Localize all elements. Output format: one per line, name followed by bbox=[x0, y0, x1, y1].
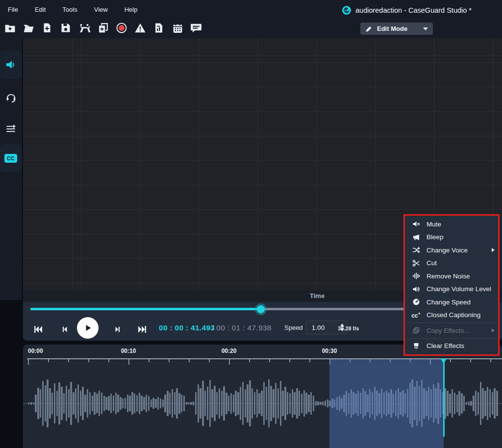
collaborate-icon[interactable] bbox=[78, 22, 90, 34]
add-file-icon[interactable] bbox=[41, 22, 53, 34]
import-copy-icon[interactable] bbox=[97, 22, 109, 34]
record-icon[interactable] bbox=[116, 22, 127, 34]
brush-icon bbox=[412, 342, 420, 350]
menu-view[interactable]: View bbox=[94, 6, 108, 13]
volume-icon bbox=[412, 285, 420, 293]
sidebar-item-effects-list[interactable] bbox=[0, 119, 22, 138]
menu-item-label: Cut bbox=[427, 259, 437, 267]
menu-item-change-volume[interactable]: Change Volume Level bbox=[405, 283, 498, 296]
add-folder-icon[interactable] bbox=[4, 22, 16, 34]
comments-icon[interactable] bbox=[190, 22, 202, 34]
change-voice-icon bbox=[412, 246, 420, 254]
cut-icon bbox=[412, 259, 420, 267]
menu-item-cut[interactable]: Cut bbox=[405, 257, 498, 270]
report-icon[interactable] bbox=[153, 22, 165, 34]
menu-edit[interactable]: Edit bbox=[35, 6, 46, 13]
current-time: 00 : 00 : 41.493 bbox=[159, 324, 215, 332]
left-sidebar: CC bbox=[0, 38, 22, 300]
menu-tools[interactable]: Tools bbox=[62, 6, 77, 13]
remove-noise-icon bbox=[412, 272, 420, 280]
menu-item-label: Remove Noise bbox=[427, 273, 470, 280]
menu-item-change-voice[interactable]: Change Voice bbox=[405, 244, 498, 257]
sidebar-item-audio[interactable] bbox=[0, 50, 22, 79]
menu-item-label: Clear Effects bbox=[427, 342, 464, 349]
menu-item-label: Mute bbox=[427, 221, 441, 228]
menu-item-remove-noise[interactable]: Remove Noise bbox=[405, 270, 498, 283]
edit-mode-dropdown[interactable]: Edit Mode bbox=[360, 23, 433, 35]
cc-icon: CC bbox=[4, 154, 17, 163]
speed-label: Speed bbox=[284, 324, 303, 331]
sidebar-item-listen[interactable] bbox=[0, 87, 22, 107]
menu-item-label: Copy Effects... bbox=[427, 327, 470, 334]
menu-item-bleep[interactable]: Bleep bbox=[405, 231, 498, 244]
skip-end-button[interactable] bbox=[134, 320, 151, 339]
menu-separator bbox=[406, 323, 497, 323]
menu-item-copy-effects[interactable]: Copy Effects... bbox=[405, 324, 498, 337]
timeline-selection bbox=[329, 359, 444, 448]
ruler-label: 00:30 bbox=[322, 348, 337, 354]
playhead-marker[interactable] bbox=[441, 359, 447, 364]
next-frame-button[interactable] bbox=[110, 320, 125, 339]
menu-file[interactable]: File bbox=[8, 6, 18, 13]
pencil-icon bbox=[365, 25, 372, 32]
menubar: File Edit Tools View Help bbox=[8, 6, 137, 13]
effects-context-menu: Mute Bleep Change Voice Cut Remove Noise… bbox=[403, 214, 500, 356]
menu-item-closed-captioning[interactable]: cc+ Closed Captioning bbox=[405, 309, 498, 322]
menu-item-label: Change Voice bbox=[427, 247, 468, 254]
top-bar: File Edit Tools View Help audioredaction… bbox=[0, 0, 502, 38]
ruler-label: 00:20 bbox=[222, 348, 237, 354]
toolbar bbox=[4, 22, 202, 34]
menu-item-label: Change Speed bbox=[427, 299, 471, 306]
edit-mode-label: Edit Mode bbox=[377, 25, 407, 32]
ruler-label: 00:10 bbox=[121, 348, 136, 354]
menu-help[interactable]: Help bbox=[125, 6, 138, 13]
total-time: / 00 : 01 : 47.938 bbox=[212, 324, 272, 332]
prev-frame-button[interactable] bbox=[57, 320, 72, 339]
copy-icon bbox=[412, 326, 420, 334]
ruler-label: 00:00 bbox=[28, 348, 43, 354]
submenu-arrow-icon bbox=[492, 328, 495, 332]
time-axis-label: Time bbox=[310, 292, 325, 299]
play-button[interactable] bbox=[77, 318, 99, 338]
warning-icon[interactable] bbox=[134, 22, 146, 34]
menu-item-label: Closed Captioning bbox=[427, 311, 480, 319]
menu-item-label: Bleep bbox=[427, 233, 444, 241]
submenu-arrow-icon bbox=[492, 248, 495, 252]
open-folder-icon[interactable] bbox=[23, 22, 34, 34]
headset-icon bbox=[5, 92, 17, 103]
menu-item-label: Change Volume Level bbox=[427, 285, 491, 293]
play-icon bbox=[77, 317, 99, 339]
menu-item-clear-effects[interactable]: Clear Effects bbox=[405, 340, 498, 353]
window-title-box: audioredaction - CaseGuard Studio * bbox=[342, 5, 472, 15]
playlist-icon bbox=[5, 123, 17, 134]
speaker-icon bbox=[5, 59, 16, 70]
framerate-label: 38.28 f/s bbox=[338, 325, 359, 331]
playhead-line[interactable] bbox=[443, 358, 445, 437]
chevron-down-icon bbox=[423, 27, 428, 30]
caseguard-logo-icon bbox=[342, 5, 351, 15]
bleep-icon bbox=[412, 233, 420, 241]
menu-item-change-speed[interactable]: Change Speed bbox=[405, 296, 498, 309]
waveform-timeline[interactable]: 00:00 00:10 00:20 00:30 bbox=[23, 345, 502, 448]
menu-separator bbox=[406, 338, 497, 339]
mute-icon bbox=[412, 220, 420, 228]
sidebar-item-captions[interactable]: CC bbox=[0, 144, 22, 173]
seek-handle[interactable] bbox=[257, 305, 265, 313]
seek-progress bbox=[30, 308, 261, 310]
speed-input[interactable] bbox=[306, 321, 330, 334]
menu-item-mute[interactable]: Mute bbox=[405, 218, 498, 231]
calendar-icon[interactable] bbox=[172, 22, 183, 34]
gauge-icon bbox=[412, 298, 420, 306]
skip-start-button[interactable] bbox=[30, 320, 47, 339]
save-icon[interactable] bbox=[60, 22, 72, 34]
cc-plus-icon: cc+ bbox=[412, 312, 420, 319]
window-title: audioredaction - CaseGuard Studio * bbox=[355, 6, 472, 14]
